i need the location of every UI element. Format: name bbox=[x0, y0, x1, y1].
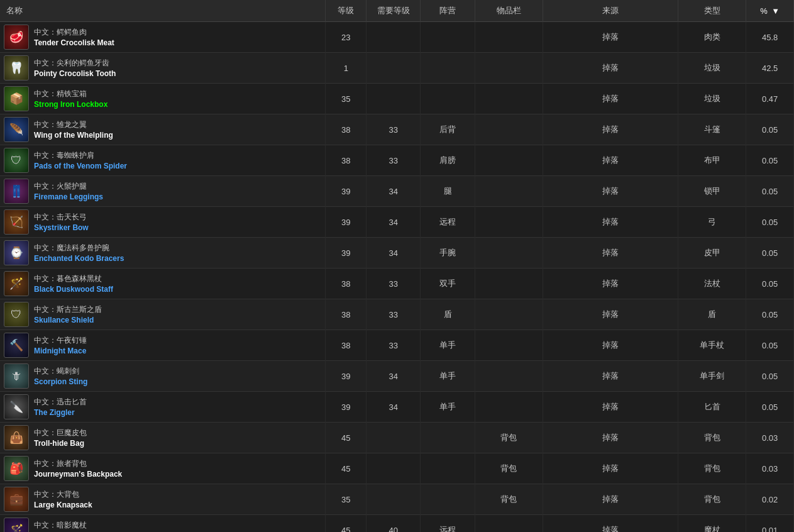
item-source: 掉落 bbox=[543, 53, 678, 84]
item-level: 45 bbox=[326, 453, 367, 484]
item-pct: 0.05 bbox=[746, 145, 794, 176]
table-row[interactable]: 🏹中文：击天长弓Skystriker Bow3934远程掉落弓0.05 bbox=[0, 207, 794, 238]
item-level: 38 bbox=[326, 145, 367, 176]
table-row[interactable]: 👖中文：火鬃护腿Firemane Leggings3934腿掉落锁甲0.05 bbox=[0, 176, 794, 207]
col-header-source[interactable]: 来源 bbox=[543, 0, 678, 22]
item-type: 单手剑 bbox=[678, 361, 746, 392]
item-level: 38 bbox=[326, 269, 367, 299]
table-row[interactable]: 👜中文：巨魔皮包Troll-hide Bag45背包掉落背包0.03 bbox=[0, 423, 794, 453]
item-bag bbox=[475, 207, 543, 238]
item-pct: 45.8 bbox=[746, 22, 794, 53]
item-cn-name: 中文：尖利的鳄鱼牙齿 bbox=[34, 58, 116, 69]
item-cn-name: 中文：鳄鳄鱼肉 bbox=[34, 27, 114, 38]
item-level: 38 bbox=[326, 330, 367, 361]
item-type: 法杖 bbox=[678, 269, 746, 299]
item-bag bbox=[475, 361, 543, 392]
item-level: 39 bbox=[326, 238, 367, 269]
item-req-level: 33 bbox=[367, 299, 421, 330]
item-en-name: Journeyman's Backpack bbox=[34, 470, 122, 479]
item-source: 掉落 bbox=[543, 299, 678, 330]
item-level: 39 bbox=[326, 392, 367, 423]
item-cn-name: 中文：魔法科多兽护腕 bbox=[34, 243, 124, 253]
item-icon: 🦷 bbox=[4, 55, 29, 80]
table-row[interactable]: 🗡中文：蝎刺剑Scorpion Sting3934单手掉落单手剑0.05 bbox=[0, 361, 794, 392]
item-req-level bbox=[367, 53, 421, 84]
item-cn-name: 中文：雏龙之翼 bbox=[34, 119, 113, 130]
item-name-cell: 🔪中文：迅击匕首The Ziggler bbox=[0, 392, 326, 423]
table-row[interactable]: 🎒中文：旅者背包Journeyman's Backpack45背包掉落背包0.0… bbox=[0, 453, 794, 484]
item-type: 单手杖 bbox=[678, 330, 746, 361]
item-level: 38 bbox=[326, 114, 367, 145]
item-icon: 🔪 bbox=[4, 394, 29, 419]
item-source: 掉落 bbox=[543, 484, 678, 515]
table-row[interactable]: 🪄中文：暗影魔杖Umbral Wand4540远程掉落魔杖0.01 bbox=[0, 515, 794, 533]
item-req-level: 33 bbox=[367, 114, 421, 145]
table-row[interactable]: 🥩中文：鳄鳄鱼肉Tender Crocolisk Meat23掉落肉类45.8 bbox=[0, 22, 794, 53]
item-req-level: 34 bbox=[367, 361, 421, 392]
item-pct: 0.47 bbox=[746, 84, 794, 114]
item-slot bbox=[421, 22, 475, 53]
item-type: 魔杖 bbox=[678, 515, 746, 533]
item-source: 掉落 bbox=[543, 145, 678, 176]
item-name-cell: 🛡中文：斯古兰斯之盾Skullance Shield bbox=[0, 299, 326, 330]
table-row[interactable]: 🛡中文：斯古兰斯之盾Skullance Shield3833盾掉落盾0.05 bbox=[0, 299, 794, 330]
col-header-bag[interactable]: 物品栏 bbox=[475, 0, 543, 22]
item-source: 掉落 bbox=[543, 207, 678, 238]
item-level: 1 bbox=[326, 53, 367, 84]
item-name-cell: 🗡中文：蝎刺剑Scorpion Sting bbox=[0, 361, 326, 392]
item-bag bbox=[475, 392, 543, 423]
item-en-name: Firemane Leggings bbox=[34, 192, 103, 201]
table-row[interactable]: 📦中文：精铁宝箱Strong Iron Lockbox35掉落垃圾0.47 bbox=[0, 84, 794, 114]
item-slot bbox=[421, 53, 475, 84]
item-en-name: Enchanted Kodo Bracers bbox=[34, 254, 124, 263]
table-row[interactable]: 🦷中文：尖利的鳄鱼牙齿Pointy Crocolisk Tooth1掉落垃圾42… bbox=[0, 53, 794, 84]
item-level: 23 bbox=[326, 22, 367, 53]
item-name-cell: 🪄中文：暮色森林黑杖Black Duskwood Staff bbox=[0, 269, 326, 299]
item-bag bbox=[475, 269, 543, 299]
col-header-level[interactable]: 等级 bbox=[326, 0, 367, 22]
table-row[interactable]: 🔪中文：迅击匕首The Ziggler3934单手掉落匕首0.05 bbox=[0, 392, 794, 423]
item-icon: 💼 bbox=[4, 487, 29, 512]
item-icon: 🛡 bbox=[4, 148, 29, 173]
table-row[interactable]: 🪶中文：雏龙之翼Wing of the Whelpling3833后背掉落斗篷0… bbox=[0, 114, 794, 145]
table-row[interactable]: 💼中文：大背包Large Knapsack35背包掉落背包0.02 bbox=[0, 484, 794, 515]
sort-desc-icon: ▼ bbox=[771, 6, 780, 16]
item-name-cell: 🏹中文：击天长弓Skystriker Bow bbox=[0, 207, 326, 238]
item-pct: 0.05 bbox=[746, 361, 794, 392]
item-icon: 🗡 bbox=[4, 363, 29, 389]
item-cn-name: 中文：精铁宝箱 bbox=[34, 89, 108, 99]
col-header-slot[interactable]: 阵营 bbox=[421, 0, 475, 22]
item-slot: 手腕 bbox=[421, 238, 475, 269]
item-source: 掉落 bbox=[543, 515, 678, 533]
item-icon: 🪶 bbox=[4, 117, 29, 142]
item-req-level: 34 bbox=[367, 207, 421, 238]
item-source: 掉落 bbox=[543, 22, 678, 53]
col-header-type[interactable]: 类型 bbox=[678, 0, 746, 22]
item-bag bbox=[475, 515, 543, 533]
item-req-level: 33 bbox=[367, 330, 421, 361]
item-bag bbox=[475, 22, 543, 53]
col-header-pct[interactable]: % ▼ bbox=[746, 0, 794, 22]
item-level: 39 bbox=[326, 176, 367, 207]
item-type: 背包 bbox=[678, 484, 746, 515]
item-slot: 盾 bbox=[421, 299, 475, 330]
table-row[interactable]: 🪄中文：暮色森林黑杖Black Duskwood Staff3833双手掉落法杖… bbox=[0, 269, 794, 299]
table-row[interactable]: 🛡中文：毒蜘蛛护肩Pads of the Venom Spider3833肩膀掉… bbox=[0, 145, 794, 176]
item-name-cell: 🦷中文：尖利的鳄鱼牙齿Pointy Crocolisk Tooth bbox=[0, 53, 326, 84]
col-header-name[interactable]: 名称 bbox=[0, 0, 326, 22]
table-row[interactable]: 🔨中文：午夜钉锤Midnight Mace3833单手掉落单手杖0.05 bbox=[0, 330, 794, 361]
item-slot: 单手 bbox=[421, 330, 475, 361]
item-req-level bbox=[367, 484, 421, 515]
item-req-level bbox=[367, 22, 421, 53]
col-header-req[interactable]: 需要等级 bbox=[367, 0, 421, 22]
item-icon: 🎒 bbox=[4, 456, 29, 481]
item-name-cell: 🔨中文：午夜钉锤Midnight Mace bbox=[0, 330, 326, 361]
item-name-cell: 👖中文：火鬃护腿Firemane Leggings bbox=[0, 176, 326, 207]
item-en-name: Black Duskwood Staff bbox=[34, 285, 113, 294]
item-pct: 0.05 bbox=[746, 299, 794, 330]
item-pct: 0.05 bbox=[746, 114, 794, 145]
item-pct: 0.05 bbox=[746, 330, 794, 361]
item-level: 39 bbox=[326, 361, 367, 392]
item-source: 掉落 bbox=[543, 453, 678, 484]
table-row[interactable]: ⌚中文：魔法科多兽护腕Enchanted Kodo Bracers3934手腕掉… bbox=[0, 238, 794, 269]
